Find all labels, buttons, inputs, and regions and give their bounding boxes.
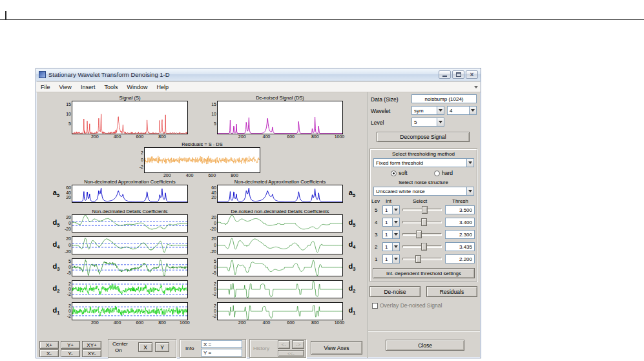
menu-item-file[interactable]: File bbox=[36, 84, 55, 90]
zoom-x-minus-button[interactable]: X- bbox=[39, 349, 59, 357]
plot-d2-left[interactable]: 20-2 bbox=[72, 280, 188, 298]
close-button[interactable]: Close bbox=[386, 340, 464, 351]
maximize-button[interactable] bbox=[452, 70, 464, 79]
menu-item-tools[interactable]: Tools bbox=[99, 84, 122, 90]
int-dropdown-level-1[interactable]: 1 bbox=[382, 254, 400, 263]
y-tick-label: -2 bbox=[207, 292, 216, 296]
menu-item-window[interactable]: Window bbox=[122, 84, 152, 90]
plot-d4-right[interactable]: 200-20 bbox=[217, 236, 343, 254]
level-dropdown[interactable]: 5 bbox=[411, 118, 444, 127]
plot-approx-left[interactable]: Non-decimated Approximation Coefficients… bbox=[72, 185, 188, 203]
threshold-method-label: Select thresholding method bbox=[369, 151, 477, 157]
plot-denoised[interactable]: De-noised Signal (DS)1510520040060080010… bbox=[217, 101, 343, 134]
slider-track bbox=[402, 233, 442, 236]
int-dropdown-value: 1 bbox=[385, 244, 388, 250]
y-tick-label: 10 bbox=[62, 112, 71, 116]
threshold-value-level-2[interactable]: 3.435 bbox=[445, 242, 475, 251]
info-x-field: X = bbox=[201, 340, 242, 348]
plot-d5-left[interactable]: Non-decimated Details Coefficients200-20 bbox=[72, 214, 188, 232]
coef-label-d2: d2 bbox=[51, 284, 61, 294]
threshold-slider-level-2[interactable] bbox=[402, 242, 442, 251]
title-bar[interactable]: Stationary Wavelet Transform Denoising 1… bbox=[36, 68, 481, 81]
menu-item-insert[interactable]: Insert bbox=[76, 84, 100, 90]
overlay-denoised-checkbox[interactable]: Overlay De-noised Signal bbox=[372, 302, 442, 309]
y-tick-label: 0 bbox=[207, 287, 216, 291]
y-tick-label: 20 bbox=[62, 236, 71, 241]
view-axes-button[interactable]: View Axes bbox=[311, 341, 362, 355]
plot-d5-right[interactable]: De-noised non-decimated Details Coeffici… bbox=[217, 214, 343, 232]
plot-d3-left[interactable]: 50-5 bbox=[72, 258, 188, 276]
int-dropdown-level-4[interactable]: 1 bbox=[382, 218, 400, 227]
plot-title-residual: Residuals = S - DS bbox=[182, 141, 223, 147]
radio-soft[interactable]: soft bbox=[391, 170, 408, 176]
zoom-xy-plus-button[interactable]: XY+ bbox=[82, 341, 101, 349]
history-back-button[interactable]: <- bbox=[278, 340, 290, 349]
threshold-value-level-1[interactable]: 2.200 bbox=[445, 254, 475, 263]
plot-canvas-d5-left bbox=[72, 215, 187, 232]
decompose-signal-button[interactable]: Decompose Signal bbox=[377, 132, 470, 142]
y-tick-label: 0 bbox=[62, 243, 71, 247]
y-tick-label: 2 bbox=[207, 304, 216, 308]
y-tick-label: 20 bbox=[207, 215, 216, 220]
threshold-slider-level-3[interactable] bbox=[402, 230, 442, 239]
close-window-button[interactable]: × bbox=[466, 70, 478, 79]
y-tick-label: 20 bbox=[207, 195, 216, 200]
int-dropdown-level-5[interactable]: 1 bbox=[382, 205, 400, 214]
page-top-rule bbox=[0, 19, 644, 20]
radio-hard[interactable]: hard bbox=[434, 170, 453, 176]
slider-thumb[interactable] bbox=[415, 255, 421, 263]
zoom-x-plus-button[interactable]: X+ bbox=[39, 341, 59, 349]
plot-d2-right[interactable]: 20-2 bbox=[217, 280, 343, 298]
zoom-xy-minus-button[interactable]: XY- bbox=[82, 349, 101, 357]
residuals-button[interactable]: Residuals bbox=[426, 286, 477, 297]
wavelet-family-dropdown[interactable]: sym bbox=[411, 106, 444, 115]
chevron-down-icon bbox=[392, 218, 399, 226]
plot-approx-right[interactable]: Non-decimated Approximation Coefficients… bbox=[217, 185, 343, 203]
int-dropdown-level-3[interactable]: 1 bbox=[382, 230, 400, 239]
zoom-y-minus-button[interactable]: Y- bbox=[61, 349, 80, 357]
slider-thumb[interactable] bbox=[421, 218, 427, 226]
menu-item-help[interactable]: Help bbox=[152, 84, 173, 90]
y-tick-label: 0 bbox=[207, 221, 216, 225]
history-rewind-button[interactable]: <<- bbox=[278, 350, 304, 356]
denoise-button[interactable]: De-noise bbox=[369, 286, 421, 297]
int-dropdown-level-2[interactable]: 1 bbox=[382, 242, 400, 251]
minimize-button[interactable] bbox=[439, 70, 451, 79]
x-tick-label: 200 bbox=[160, 173, 175, 178]
menu-overflow-chevron-icon[interactable] bbox=[474, 86, 478, 88]
slider-thumb[interactable] bbox=[416, 231, 422, 238]
center-y-button[interactable]: Y bbox=[155, 342, 169, 352]
y-tick-label: -5 bbox=[62, 271, 71, 275]
y-tick-label: 60 bbox=[62, 185, 71, 190]
plot-canvas-d4-right bbox=[218, 237, 342, 254]
threshold-value-level-4[interactable]: 3.400 bbox=[445, 218, 475, 227]
int-dependent-threshold-button[interactable]: Int. dependent threshold settings bbox=[373, 268, 475, 278]
plot-title-approx-right: Non-decimated Approximation Coefficients bbox=[234, 179, 326, 185]
plot-canvas-d2-right bbox=[218, 281, 342, 298]
wavelet-label: Wavelet bbox=[371, 108, 390, 114]
threshold-slider-level-4[interactable] bbox=[402, 218, 442, 227]
plot-d1-right[interactable]: 20-22004006008001000 bbox=[217, 302, 343, 320]
wavelet-number-dropdown[interactable]: 4 bbox=[447, 106, 477, 115]
plot-residual[interactable]: Residuals = S - DS20-2200400600800 bbox=[144, 147, 260, 173]
threshold-slider-level-5[interactable] bbox=[402, 205, 442, 214]
int-dropdown-value: 1 bbox=[385, 207, 388, 213]
threshold-value-level-3[interactable]: 2.300 bbox=[445, 230, 475, 239]
threshold-value-level-5[interactable]: 3.500 bbox=[445, 205, 475, 214]
plot-canvas-d3-right bbox=[218, 259, 342, 276]
noise-structure-dropdown[interactable]: Unscaled white noise bbox=[373, 187, 474, 196]
plot-d4-left[interactable]: 200-20 bbox=[72, 236, 188, 254]
center-x-button[interactable]: X bbox=[138, 342, 152, 352]
threshold-method-dropdown[interactable]: Fixed form threshold bbox=[373, 158, 474, 167]
zoom-y-plus-button[interactable]: Y+ bbox=[61, 341, 80, 349]
noise-structure-value: Unscaled white noise bbox=[376, 189, 425, 194]
plot-signal[interactable]: Signal (S)15105200400600800 bbox=[72, 101, 188, 134]
threshold-slider-level-1[interactable] bbox=[402, 254, 442, 263]
plot-d1-left[interactable]: 20-22004006008001000 bbox=[72, 302, 188, 320]
plot-d3-right[interactable]: 50-5 bbox=[217, 258, 343, 276]
slider-thumb[interactable] bbox=[421, 243, 427, 251]
history-forward-button[interactable]: -> bbox=[292, 340, 304, 349]
menu-item-view[interactable]: View bbox=[55, 84, 76, 90]
x-tick-label: 400 bbox=[258, 320, 274, 325]
slider-thumb[interactable] bbox=[422, 206, 428, 214]
